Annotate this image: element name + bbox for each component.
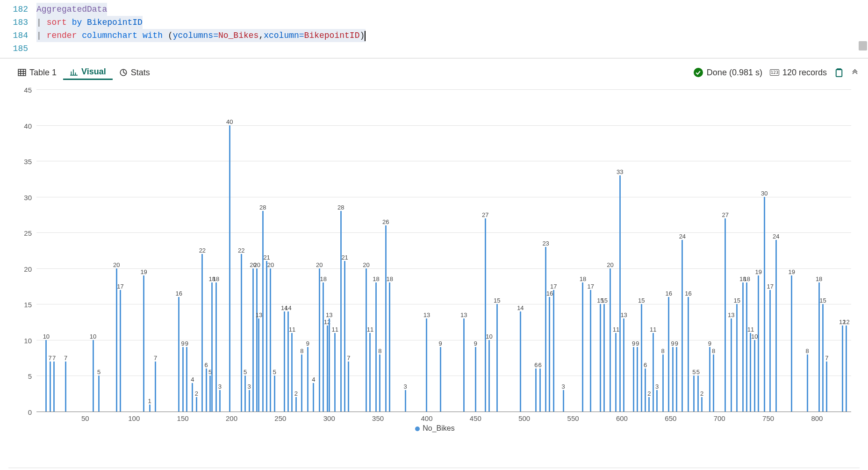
chart-bar[interactable]: 19 <box>791 275 792 412</box>
code-line-183[interactable]: | sort by BikepointID <box>36 16 143 29</box>
chart-bar[interactable]: 9 <box>709 347 710 412</box>
chart-bar[interactable]: 7 <box>50 362 51 412</box>
chart-bar[interactable]: 9 <box>633 347 634 412</box>
chart-bar[interactable]: 3 <box>563 390 564 412</box>
chart-bar[interactable]: 18 <box>389 282 390 412</box>
chart-bar[interactable]: 8 <box>662 354 664 412</box>
chart-bar[interactable]: 20 <box>319 268 320 412</box>
chart-bar[interactable]: 22 <box>241 254 242 412</box>
chart-bar[interactable]: 3 <box>405 390 406 412</box>
chart-bar[interactable]: 11 <box>750 333 751 412</box>
chart-bar[interactable]: 23 <box>545 247 546 412</box>
chart-bar[interactable]: 2 <box>295 397 297 412</box>
chart-bar[interactable]: 7 <box>53 362 55 412</box>
chart-bar[interactable]: 9 <box>307 347 308 412</box>
copy-button[interactable] <box>834 68 844 77</box>
chart-bar[interactable]: 9 <box>475 347 476 412</box>
chart-bar[interactable]: 20 <box>610 268 611 412</box>
chart-bar[interactable]: 15 <box>603 304 605 412</box>
chart-bar[interactable]: 10 <box>93 340 94 412</box>
chart-bar[interactable]: 28 <box>340 211 342 412</box>
chart-bar[interactable]: 28 <box>262 211 264 412</box>
chart-bar[interactable]: 5 <box>274 376 275 412</box>
chart-bar[interactable]: 22 <box>201 254 203 412</box>
chart-bar[interactable]: 17 <box>120 290 121 412</box>
chart-bar[interactable]: 4 <box>313 383 314 412</box>
chart-bar[interactable]: 15 <box>822 304 824 412</box>
chart-bar[interactable]: 9 <box>182 347 184 412</box>
chart-bar[interactable]: 16 <box>549 297 550 412</box>
chart-bar[interactable]: 20 <box>270 268 271 412</box>
chart-bar[interactable]: 8 <box>301 354 302 412</box>
chart-bar[interactable]: 7 <box>155 362 156 412</box>
chart-bar[interactable]: 7 <box>348 362 349 412</box>
chart-bar[interactable]: 9 <box>676 347 677 412</box>
chart-bar[interactable]: 14 <box>284 311 285 412</box>
chart-bar[interactable]: 14 <box>520 311 521 412</box>
chart-bar[interactable]: 10 <box>45 340 47 412</box>
chart-bar[interactable]: 4 <box>192 383 193 412</box>
chart-bar[interactable]: 5 <box>697 376 699 412</box>
chart-bar[interactable]: 15 <box>736 304 738 412</box>
chart-bar[interactable]: 18 <box>211 282 213 412</box>
chart-bar[interactable]: 10 <box>488 340 490 412</box>
chart-bar[interactable]: 3 <box>249 390 250 412</box>
chart-bar[interactable]: 20 <box>366 268 367 412</box>
chart-bar[interactable]: 16 <box>178 297 179 412</box>
chart-bar[interactable]: 2 <box>701 397 703 412</box>
collapse-button[interactable] <box>851 69 859 76</box>
chart-bar[interactable]: 8 <box>807 354 808 412</box>
chart-bar[interactable]: 11 <box>653 333 654 412</box>
chart-bar[interactable]: 6 <box>535 369 537 412</box>
chart-bar[interactable]: 20 <box>256 268 258 412</box>
code-line-182[interactable]: AggregatedData <box>36 3 107 16</box>
chart-bar[interactable]: 13 <box>623 318 624 412</box>
chart-bar[interactable]: 33 <box>619 175 621 412</box>
chart-bar[interactable]: 12 <box>842 325 843 412</box>
chart-bar[interactable]: 19 <box>758 275 759 412</box>
chart-bar[interactable]: 13 <box>329 318 330 412</box>
chart-bar[interactable]: 18 <box>323 282 324 412</box>
chart-bar[interactable]: 24 <box>775 240 777 412</box>
chart-bar[interactable]: 17 <box>553 290 554 412</box>
chart-bar[interactable]: 13 <box>731 318 732 412</box>
chart-bar[interactable]: 15 <box>600 304 601 412</box>
query-editor[interactable]: 182 AggregatedData 183 | sort by Bikepoi… <box>0 0 868 58</box>
chart-bar[interactable]: 10 <box>754 340 755 412</box>
chart-bar[interactable]: 30 <box>764 197 765 412</box>
chart-bar[interactable]: 11 <box>369 333 371 412</box>
chart-bar[interactable]: 15 <box>641 304 642 412</box>
chart-bar[interactable]: 13 <box>463 318 465 412</box>
chart-bar[interactable]: 20 <box>252 268 254 412</box>
chart-bar[interactable]: 13 <box>426 318 427 412</box>
chart-bar[interactable]: 6 <box>645 369 646 412</box>
chart-bar[interactable]: 12 <box>846 325 847 412</box>
chart-bar[interactable]: 18 <box>742 282 744 412</box>
chart-bar[interactable]: 9 <box>637 347 638 412</box>
chart-bar[interactable]: 40 <box>229 125 230 412</box>
chart-bar[interactable]: 19 <box>143 275 144 412</box>
chart-bar[interactable]: 24 <box>681 240 683 412</box>
chart-bar[interactable]: 13 <box>258 318 259 412</box>
chart-bar[interactable]: 21 <box>344 261 345 412</box>
chart-bar[interactable]: 11 <box>615 333 617 412</box>
tab-visual[interactable]: Visual <box>63 65 113 80</box>
chart-bar[interactable]: 2 <box>648 397 650 412</box>
chart-bar[interactable]: 6 <box>539 369 541 412</box>
chart-bar[interactable]: 1 <box>149 405 151 412</box>
chart-bar[interactable]: 16 <box>688 297 689 412</box>
chart-bar[interactable]: 9 <box>186 347 187 412</box>
chart-bar[interactable]: 18 <box>215 282 217 412</box>
chart-bar[interactable]: 18 <box>746 282 747 412</box>
chart-bar[interactable]: 7 <box>826 362 827 412</box>
chart-bar[interactable]: 12 <box>327 325 328 412</box>
chart-bar[interactable]: 26 <box>385 225 387 412</box>
chart-bar[interactable]: 27 <box>725 218 726 412</box>
chart-bar[interactable]: 15 <box>496 304 498 412</box>
chart-bar[interactable]: 18 <box>375 282 377 412</box>
chart-bar[interactable]: 21 <box>266 261 267 412</box>
editor-scrollbar-thumb[interactable] <box>859 41 867 51</box>
chart-bar[interactable]: 17 <box>769 290 771 412</box>
chart-bar[interactable]: 27 <box>485 218 486 412</box>
chart-bar[interactable]: 3 <box>656 390 658 412</box>
